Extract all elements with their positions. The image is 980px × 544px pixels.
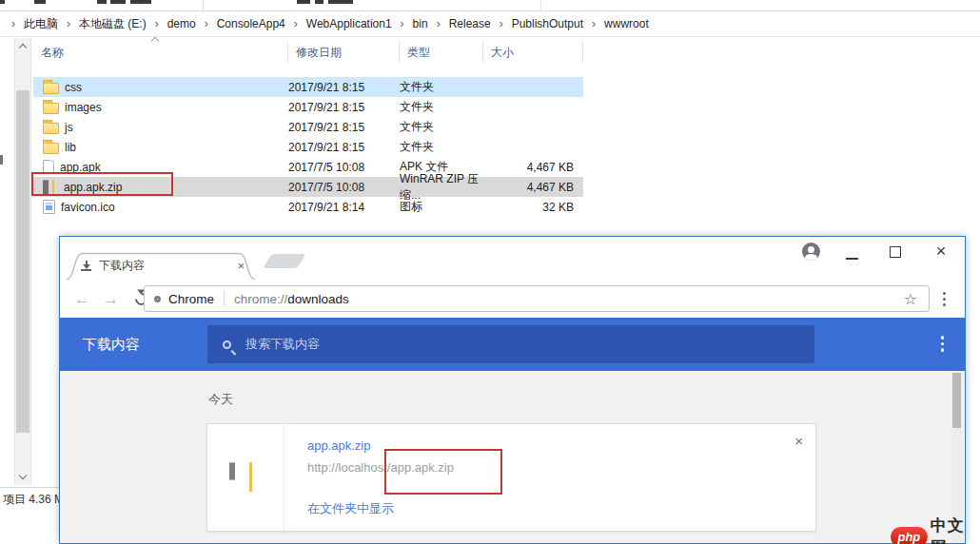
omnibox-brand: Chrome	[168, 292, 214, 306]
file-name: js	[65, 121, 73, 134]
search-placeholder: 搜索下载内容	[245, 336, 320, 353]
scrollbar-thumb[interactable]	[952, 373, 961, 428]
column-header-date[interactable]: 修改日期	[288, 42, 400, 63]
breadcrumb-separator: ›	[11, 17, 15, 30]
breadcrumb-separator: ›	[205, 17, 208, 30]
omnibox-divider	[224, 291, 225, 306]
php-badge: php	[891, 527, 928, 544]
breadcrumb-separator: ›	[500, 17, 503, 30]
breadcrumb-item-consoleapp4[interactable]: ConsoleApp4	[217, 17, 285, 30]
column-header-name[interactable]: 名称	[33, 42, 288, 63]
downloads-page-title: 下载内容	[83, 318, 140, 371]
breadcrumb-item-this-pc[interactable]: 此电脑	[24, 16, 58, 32]
folder-icon	[43, 83, 59, 94]
toolbar-fragment	[297, 0, 310, 4]
chrome-window: 下载内容 × × ← → Chrome chrome:// downloads …	[59, 236, 966, 544]
folder-icon	[43, 123, 59, 134]
breadcrumb-item-release[interactable]: Release	[449, 17, 491, 30]
chrome-logo-icon	[154, 296, 161, 302]
file-row-lib[interactable]: lib 2017/9/21 8:15 文件夹	[33, 137, 583, 157]
file-type: 文件夹	[400, 79, 483, 95]
minimize-button[interactable]	[846, 258, 858, 260]
download-icon	[81, 261, 91, 271]
screenshot-stage: › 此电脑 › 本地磁盘 (E:) › demo › ConsoleApp4 ›…	[0, 0, 980, 544]
winrar-archive-icon	[229, 463, 262, 492]
file-row-js[interactable]: js 2017/9/21 8:15 文件夹	[33, 117, 583, 137]
toolbar-divider	[203, 0, 204, 10]
file-row-css[interactable]: css 2017/9/21 8:15 文件夹	[33, 77, 583, 97]
file-size: 4,467 KB	[483, 181, 583, 194]
file-date: 2017/9/21 8:15	[288, 121, 400, 134]
breadcrumb-item-bin[interactable]: bin	[413, 17, 428, 30]
file-type: 文件夹	[400, 139, 483, 155]
column-header-size[interactable]: 大小	[483, 42, 583, 63]
url-scheme: chrome://	[234, 292, 287, 306]
breadcrumb: › 此电脑 › 本地磁盘 (E:) › demo › ConsoleApp4 ›…	[0, 11, 980, 37]
breadcrumb-item-demo[interactable]: demo	[167, 17, 196, 30]
omnibox[interactable]: Chrome chrome:// downloads ☆	[144, 285, 930, 312]
back-button[interactable]: ←	[74, 291, 90, 307]
scroll-down-button[interactable]	[15, 468, 30, 483]
file-date: 2017/9/21 8:15	[288, 101, 400, 114]
column-header-type[interactable]: 类型	[400, 42, 483, 63]
breadcrumb-item-wwwroot[interactable]: wwwroot	[604, 17, 649, 30]
file-row-favicon-ico[interactable]: favicon.ico 2017/9/21 8:14 图标 32 KB	[33, 197, 583, 217]
tab-title: 下载内容	[99, 258, 237, 274]
chevron-down-icon	[19, 472, 27, 479]
maximize-button[interactable]	[890, 246, 901, 258]
url-host: downloads	[287, 292, 349, 306]
download-item-details: app.apk.zip http://localhost/app.apk.zip…	[284, 424, 815, 531]
toolbar-fragment	[97, 0, 107, 4]
breadcrumb-separator: ›	[294, 17, 298, 30]
annotation-box-file	[31, 172, 173, 196]
file-name: css	[65, 81, 82, 94]
forward-button[interactable]: →	[103, 291, 119, 307]
nav-pane-scrollbar[interactable]	[14, 38, 31, 485]
window-close-button[interactable]: ×	[931, 240, 951, 262]
breadcrumb-separator: ›	[155, 17, 159, 30]
new-tab-button[interactable]	[263, 254, 305, 268]
file-date: 2017/7/5 10:08	[288, 181, 400, 194]
watermark-text: 中文网	[931, 515, 980, 544]
breadcrumb-separator: ›	[437, 17, 441, 30]
browser-menu-button[interactable]	[942, 287, 946, 310]
downloads-header: 下载内容 搜索下载内容	[60, 318, 965, 371]
breadcrumb-separator: ›	[401, 17, 404, 30]
toolbar-fragment	[34, 0, 46, 4]
tab-downloads[interactable]: 下载内容 ×	[66, 252, 256, 280]
site-watermark: php 中文网	[891, 515, 980, 544]
file-type: 文件夹	[400, 119, 483, 135]
file-date: 2017/9/21 8:15	[288, 81, 400, 94]
file-row-images[interactable]: images 2017/9/21 8:15 文件夹	[33, 97, 583, 117]
bookmark-star-icon[interactable]: ☆	[904, 290, 917, 308]
tab-close-icon[interactable]: ×	[237, 260, 245, 272]
download-file-icon-cell	[207, 424, 284, 531]
remove-download-icon[interactable]: ×	[794, 433, 803, 449]
clipped-toolbar	[0, 0, 980, 11]
file-name: images	[65, 101, 102, 114]
download-item-card: app.apk.zip http://localhost/app.apk.zip…	[206, 423, 816, 532]
scrollbar-thumb[interactable]	[16, 90, 29, 433]
toolbar-fragment	[110, 0, 126, 4]
nav-pane-edge	[0, 155, 3, 165]
breadcrumb-item-publishoutput[interactable]: PublishOutput	[512, 17, 583, 30]
file-size: 4,467 KB	[483, 161, 583, 174]
scroll-up-button[interactable]	[15, 40, 30, 55]
file-type: 图标	[400, 199, 483, 215]
folder-icon	[43, 143, 59, 154]
icon-file-icon	[43, 200, 55, 214]
file-date: 2017/9/21 8:15	[288, 141, 400, 154]
downloads-content: 今天 app.apk.zip http://localhost/app.apk.…	[60, 371, 965, 543]
show-in-folder-link[interactable]: 在文件夹中显示	[307, 500, 394, 517]
downloads-menu-button[interactable]	[941, 336, 945, 352]
breadcrumb-item-webapplication1[interactable]: WebApplication1	[306, 17, 392, 30]
file-date: 2017/9/21 8:14	[288, 201, 400, 214]
toolbar-fragment	[0, 0, 5, 4]
downloads-search-box[interactable]: 搜索下载内容	[207, 325, 814, 363]
folder-icon	[43, 103, 59, 114]
file-name: favicon.ico	[61, 201, 115, 214]
section-label-today: 今天	[208, 391, 233, 408]
profile-avatar-icon[interactable]	[802, 243, 820, 261]
file-list-header: 名称 修改日期 类型 大小	[33, 42, 583, 63]
breadcrumb-item-drive-e[interactable]: 本地磁盘 (E:)	[79, 16, 147, 32]
